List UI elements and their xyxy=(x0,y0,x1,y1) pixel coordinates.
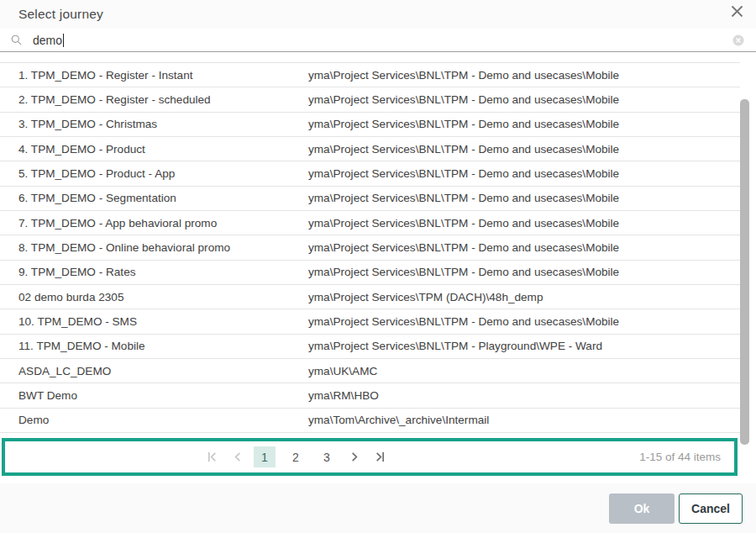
journey-path: yma\Project Services\BNL\TPM - Playgroun… xyxy=(308,340,740,352)
journey-path: yma\Project Services\BNL\TPM - Demo and … xyxy=(308,192,740,204)
pagination-bar: 1 2 3 1-15 of 44 items xyxy=(2,438,738,476)
table-row[interactable]: BWT Demo yma\RM\HBO xyxy=(0,383,740,407)
last-page-icon[interactable] xyxy=(370,447,388,467)
journey-name: 5. TPM_DEMO - Product - App xyxy=(18,167,308,180)
table-row[interactable]: 9. TPM_DEMO - Rates yma\Project Services… xyxy=(0,260,740,284)
journey-name: 9. TPM_DEMO - Rates xyxy=(18,266,308,278)
next-page-icon[interactable] xyxy=(345,447,364,467)
table-row[interactable]: 1. TPM_DEMO - Register - Instant yma\Pro… xyxy=(0,62,740,87)
journey-path: yma\Project Services\BNL\TPM - Demo and … xyxy=(308,93,740,106)
table-row[interactable]: 8. TPM_DEMO - Online behavioral promo ym… xyxy=(0,235,740,259)
search-bar: demo xyxy=(0,29,756,52)
journey-name: 6. TPM_DEMO - Segmentation xyxy=(18,192,308,204)
journey-path: yma\Project Services\BNL\TPM - Demo and … xyxy=(308,315,740,328)
scrollbar-thumb[interactable] xyxy=(740,99,749,445)
page-button-1[interactable]: 1 xyxy=(254,446,276,467)
search-input[interactable]: demo xyxy=(33,29,732,51)
dialog-titlebar: Select journey xyxy=(0,0,756,29)
table-row[interactable]: 02 demo burda 2305 yma\Project Services\… xyxy=(0,284,740,309)
table-row[interactable]: 5. TPM_DEMO - Product - App yma\Project … xyxy=(0,161,740,185)
journey-path: yma\Tom\Archive\_archive\Intermail xyxy=(308,414,740,426)
cancel-button[interactable]: Cancel xyxy=(679,493,743,524)
journey-name: BWT Demo xyxy=(18,389,308,402)
text-caret xyxy=(63,34,64,47)
table-row[interactable]: ASDA_LC_DEMO yma\UK\AMC xyxy=(0,358,740,383)
table-row[interactable]: 10. TPM_DEMO - SMS yma\Project Services\… xyxy=(0,309,740,333)
table-row[interactable]: 6. TPM_DEMO - Segmentation yma\Project S… xyxy=(0,186,740,210)
search-value: demo xyxy=(33,34,62,47)
journey-path: yma\Project Services\BNL\TPM - Demo and … xyxy=(308,69,740,82)
journey-name: 10. TPM_DEMO - SMS xyxy=(18,315,308,328)
dialog-title: Select journey xyxy=(18,7,103,22)
journey-name: 4. TPM_DEMO - Product xyxy=(18,143,308,156)
ok-button[interactable]: Ok xyxy=(609,493,675,524)
select-journey-dialog: Select journey demo xyxy=(0,0,756,533)
journey-name: ASDA_LC_DEMO xyxy=(18,365,308,377)
journey-name: 7. TPM_DEMO - App behavioral promo xyxy=(18,217,308,230)
journey-path: yma\RM\HBO xyxy=(308,389,740,402)
page-button-3[interactable]: 3 xyxy=(316,446,338,467)
journey-name: Demo xyxy=(18,414,308,426)
journey-path: yma\Project Services\BNL\TPM - Demo and … xyxy=(308,266,740,278)
page-button-2[interactable]: 2 xyxy=(285,446,307,467)
journey-name: 02 demo burda 2305 xyxy=(18,291,308,303)
journey-path: yma\UK\AMC xyxy=(308,365,740,377)
journey-name: 8. TPM_DEMO - Online behavioral promo xyxy=(18,241,308,254)
journey-path: yma\Project Services\BNL\TPM - Demo and … xyxy=(308,167,740,180)
journey-path: yma\Project Services\TPM (DACH)\48h_demp xyxy=(308,291,740,303)
table-row[interactable]: 3. TPM_DEMO - Christmas yma\Project Serv… xyxy=(0,112,740,136)
table-row[interactable]: 7. TPM_DEMO - App behavioral promo yma\P… xyxy=(0,210,740,235)
journey-name: 2. TPM_DEMO - Register - scheduled xyxy=(18,93,308,106)
search-icon xyxy=(10,34,23,46)
close-icon[interactable] xyxy=(729,3,744,18)
clear-search-icon[interactable] xyxy=(732,34,744,46)
first-page-icon[interactable] xyxy=(203,447,222,467)
items-range-label: 1-15 of 44 items xyxy=(586,451,734,463)
pager-controls: 1 2 3 xyxy=(5,446,586,467)
prev-page-icon[interactable] xyxy=(228,447,246,467)
journey-path: yma\Project Services\BNL\TPM - Demo and … xyxy=(308,217,740,230)
journey-path: yma\Project Services\BNL\TPM - Demo and … xyxy=(308,143,740,156)
journey-list: 1. TPM_DEMO - Register - Instant yma\Pro… xyxy=(0,53,740,433)
dialog-footer: Ok Cancel xyxy=(0,483,756,533)
table-row[interactable]: 4. TPM_DEMO - Product yma\Project Servic… xyxy=(0,136,740,161)
journey-name: 3. TPM_DEMO - Christmas xyxy=(18,118,308,130)
journey-path: yma\Project Services\BNL\TPM - Demo and … xyxy=(308,241,740,254)
table-row[interactable]: 2. TPM_DEMO - Register - scheduled yma\P… xyxy=(0,87,740,111)
journey-path: yma\Project Services\BNL\TPM - Demo and … xyxy=(308,118,740,130)
journey-name: 1. TPM_DEMO - Register - Instant xyxy=(18,69,308,82)
table-row[interactable]: Demo yma\Tom\Archive\_archive\Intermail xyxy=(0,408,740,432)
table-row[interactable]: 11. TPM_DEMO - Mobile yma\Project Servic… xyxy=(0,334,740,358)
journey-name: 11. TPM_DEMO - Mobile xyxy=(18,340,308,352)
